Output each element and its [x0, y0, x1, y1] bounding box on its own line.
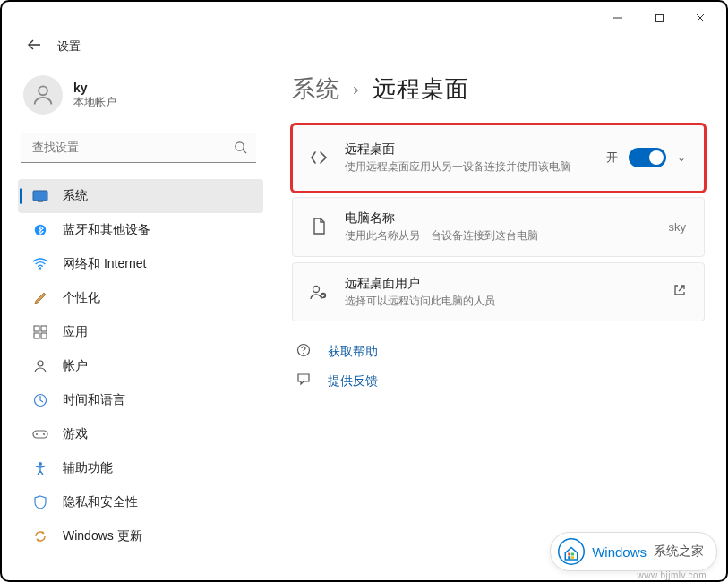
nav-item-accounts[interactable]: 帐户 [18, 349, 263, 383]
search-icon[interactable] [234, 141, 247, 157]
user-name: ky [73, 81, 116, 95]
nav-item-gaming[interactable]: 游戏 [18, 417, 263, 451]
remote-desktop-toggle[interactable] [629, 148, 666, 167]
update-icon [32, 528, 48, 544]
nav-item-accessibility[interactable]: 辅助功能 [18, 451, 263, 485]
sidebar: ky 本地帐户 系统 蓝牙和其他设备 网络和 Internet [2, 68, 270, 553]
nav-item-personalization[interactable]: 个性化 [18, 281, 263, 315]
svg-rect-27 [571, 553, 574, 556]
svg-point-10 [39, 267, 41, 269]
svg-point-24 [303, 353, 304, 355]
nav-label: 辅助功能 [63, 460, 113, 476]
gamepad-icon [32, 426, 48, 442]
user-subtitle: 本地帐户 [73, 95, 116, 110]
link-label: 获取帮助 [328, 344, 378, 360]
svg-rect-12 [41, 326, 47, 331]
svg-rect-28 [568, 556, 570, 559]
user-block[interactable]: ky 本地帐户 [18, 68, 263, 133]
svg-point-21 [313, 286, 320, 292]
help-links: 获取帮助 提供反馈 [292, 343, 705, 389]
breadcrumb-current: 远程桌面 [373, 73, 469, 105]
feedback-icon [295, 372, 312, 389]
nav-label: 应用 [63, 324, 88, 340]
svg-point-15 [38, 361, 43, 366]
remote-icon [309, 150, 329, 166]
users-icon [309, 284, 329, 300]
brush-icon [32, 290, 48, 306]
nav-label: 蓝牙和其他设备 [63, 222, 150, 238]
svg-line-6 [243, 150, 246, 153]
nav-label: 时间和语言 [63, 392, 125, 408]
chevron-down-icon[interactable]: ⌄ [677, 151, 686, 164]
help-icon [295, 343, 312, 360]
toggle-state-label: 开 [606, 150, 618, 166]
main-content: 系统 › 远程桌面 远程桌面 使用远程桌面应用从另一设备连接并使用该电脑 开 ⌄ [270, 68, 726, 553]
breadcrumb-parent[interactable]: 系统 [292, 73, 340, 105]
card-remote-users[interactable]: 远程桌面用户 选择可以远程访问此电脑的人员 [292, 262, 705, 322]
get-help-link[interactable]: 获取帮助 [292, 343, 705, 360]
svg-rect-29 [571, 556, 574, 559]
search-wrap [21, 133, 256, 163]
link-label: 提供反馈 [328, 373, 378, 389]
app-title: 设置 [57, 39, 81, 55]
nav-list: 系统 蓝牙和其他设备 网络和 Internet 个性化 应用 帐户 [18, 179, 263, 553]
window-titlebar [2, 2, 726, 34]
nav-item-windows-update[interactable]: Windows 更新 [18, 519, 263, 553]
minimize-button[interactable] [597, 4, 638, 31]
bluetooth-icon [32, 222, 48, 238]
svg-rect-8 [38, 201, 43, 202]
nav-item-apps[interactable]: 应用 [18, 315, 263, 349]
house-logo-icon [558, 538, 585, 565]
svg-rect-14 [41, 333, 47, 338]
give-feedback-link[interactable]: 提供反馈 [292, 372, 705, 389]
nav-item-bluetooth[interactable]: 蓝牙和其他设备 [18, 213, 263, 247]
card-title: 远程桌面用户 [345, 276, 657, 292]
watermark-tagline: 系统之家 [654, 543, 704, 560]
card-title: 电脑名称 [345, 210, 653, 227]
svg-point-18 [36, 433, 38, 435]
card-desc: 使用远程桌面应用从另一设备连接并使用该电脑 [345, 159, 590, 175]
svg-rect-13 [34, 333, 39, 338]
nav-item-system[interactable]: 系统 [18, 179, 263, 213]
accessibility-icon [32, 460, 48, 476]
open-link-icon[interactable] [673, 284, 686, 299]
svg-point-5 [236, 142, 244, 150]
card-desc: 使用此名称从另一台设备连接到这台电脑 [345, 228, 653, 244]
card-title: 远程桌面 [345, 141, 590, 158]
maximize-button[interactable] [638, 4, 680, 31]
svg-rect-7 [33, 191, 47, 201]
watermark: Windows 系统之家 [550, 532, 717, 571]
svg-rect-1 [655, 14, 663, 21]
nav-item-network[interactable]: 网络和 Internet [18, 247, 263, 281]
svg-point-4 [39, 86, 47, 95]
watermark-url: www.bjjmlv.com [638, 570, 707, 580]
nav-label: 帐户 [63, 358, 88, 374]
nav-label: 个性化 [63, 290, 100, 306]
svg-point-19 [43, 433, 45, 435]
svg-point-20 [39, 462, 42, 466]
wifi-icon [32, 256, 48, 272]
back-arrow-icon[interactable] [23, 38, 45, 56]
chevron-right-icon: › [353, 79, 360, 99]
person-icon [32, 358, 48, 374]
search-input[interactable] [21, 133, 256, 163]
card-computer-name[interactable]: 电脑名称 使用此名称从另一台设备连接到这台电脑 sky [292, 197, 705, 257]
apps-icon [32, 324, 48, 340]
nav-label: 游戏 [63, 426, 88, 442]
system-icon [32, 188, 48, 204]
breadcrumb: 系统 › 远程桌面 [292, 68, 705, 105]
watermark-brand: Windows [592, 544, 647, 560]
avatar [23, 75, 63, 115]
card-desc: 选择可以远程访问此电脑的人员 [345, 294, 657, 309]
svg-point-25 [559, 539, 585, 565]
svg-rect-17 [33, 431, 47, 438]
svg-rect-11 [34, 326, 39, 331]
close-button[interactable] [680, 4, 721, 31]
svg-rect-26 [568, 553, 570, 556]
card-remote-desktop[interactable]: 远程桌面 使用远程桌面应用从另一设备连接并使用该电脑 开 ⌄ [292, 124, 705, 192]
nav-item-privacy[interactable]: 隐私和安全性 [18, 485, 263, 519]
nav-item-time-language[interactable]: 时间和语言 [18, 383, 263, 417]
nav-label: 隐私和安全性 [63, 494, 138, 510]
computer-name-value: sky [669, 220, 687, 234]
globe-clock-icon [32, 392, 48, 408]
